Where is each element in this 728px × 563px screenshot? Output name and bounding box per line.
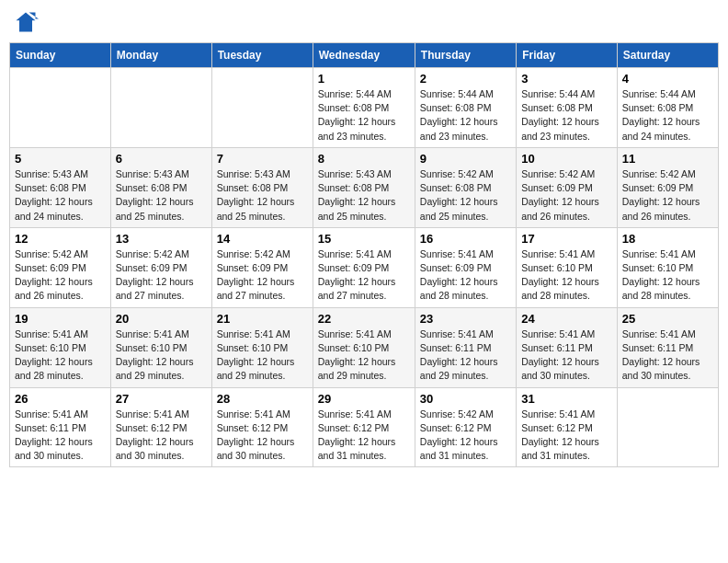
day-number: 27 bbox=[116, 392, 207, 406]
calendar-cell: 17Sunrise: 5:41 AMSunset: 6:10 PMDayligh… bbox=[517, 227, 618, 307]
day-number: 24 bbox=[521, 312, 612, 326]
day-info: Sunrise: 5:41 AMSunset: 6:11 PMDaylight:… bbox=[420, 327, 511, 384]
day-info: Sunrise: 5:41 AMSunset: 6:10 PMDaylight:… bbox=[521, 247, 612, 304]
calendar-week-row: 5Sunrise: 5:43 AMSunset: 6:08 PMDaylight… bbox=[10, 147, 719, 227]
day-info: Sunrise: 5:44 AMSunset: 6:08 PMDaylight:… bbox=[622, 87, 713, 144]
calendar-cell: 27Sunrise: 5:41 AMSunset: 6:12 PMDayligh… bbox=[110, 387, 211, 467]
calendar-cell: 20Sunrise: 5:41 AMSunset: 6:10 PMDayligh… bbox=[110, 307, 211, 387]
day-info: Sunrise: 5:41 AMSunset: 6:12 PMDaylight:… bbox=[318, 408, 410, 464]
day-info: Sunrise: 5:41 AMSunset: 6:12 PMDaylight:… bbox=[217, 408, 308, 464]
day-number: 14 bbox=[217, 232, 308, 246]
calendar-cell: 2Sunrise: 5:44 AMSunset: 6:08 PMDaylight… bbox=[415, 68, 516, 148]
calendar-cell: 16Sunrise: 5:41 AMSunset: 6:09 PMDayligh… bbox=[415, 227, 516, 307]
day-info: Sunrise: 5:42 AMSunset: 6:12 PMDaylight:… bbox=[420, 408, 511, 464]
calendar-cell: 8Sunrise: 5:43 AMSunset: 6:08 PMDaylight… bbox=[313, 147, 415, 227]
day-info: Sunrise: 5:41 AMSunset: 6:09 PMDaylight:… bbox=[420, 247, 511, 304]
day-info: Sunrise: 5:42 AMSunset: 6:09 PMDaylight:… bbox=[217, 247, 308, 304]
day-info: Sunrise: 5:44 AMSunset: 6:08 PMDaylight:… bbox=[318, 87, 410, 144]
day-info: Sunrise: 5:42 AMSunset: 6:08 PMDaylight:… bbox=[420, 167, 511, 224]
day-number: 3 bbox=[521, 72, 612, 86]
calendar-cell: 29Sunrise: 5:41 AMSunset: 6:12 PMDayligh… bbox=[313, 387, 415, 467]
day-info: Sunrise: 5:41 AMSunset: 6:11 PMDaylight:… bbox=[521, 327, 612, 384]
logo-icon bbox=[13, 9, 39, 35]
calendar-cell: 11Sunrise: 5:42 AMSunset: 6:09 PMDayligh… bbox=[617, 147, 718, 227]
day-number: 1 bbox=[318, 72, 410, 86]
day-number: 23 bbox=[420, 312, 511, 326]
day-info: Sunrise: 5:41 AMSunset: 6:09 PMDaylight:… bbox=[318, 247, 410, 304]
day-number: 7 bbox=[217, 152, 308, 166]
day-number: 30 bbox=[420, 392, 511, 406]
calendar-cell bbox=[110, 68, 211, 148]
day-info: Sunrise: 5:43 AMSunset: 6:08 PMDaylight:… bbox=[116, 167, 207, 224]
day-number: 26 bbox=[15, 392, 106, 406]
day-info: Sunrise: 5:43 AMSunset: 6:08 PMDaylight:… bbox=[15, 167, 106, 224]
day-number: 12 bbox=[15, 232, 106, 246]
day-number: 19 bbox=[15, 312, 106, 326]
calendar-cell: 31Sunrise: 5:41 AMSunset: 6:12 PMDayligh… bbox=[517, 387, 618, 467]
day-info: Sunrise: 5:43 AMSunset: 6:08 PMDaylight:… bbox=[318, 167, 410, 224]
logo bbox=[13, 9, 42, 35]
day-info: Sunrise: 5:41 AMSunset: 6:11 PMDaylight:… bbox=[622, 327, 713, 384]
day-number: 5 bbox=[15, 152, 106, 166]
day-number: 11 bbox=[622, 152, 713, 166]
day-number: 22 bbox=[318, 312, 410, 326]
calendar-cell: 23Sunrise: 5:41 AMSunset: 6:11 PMDayligh… bbox=[415, 307, 516, 387]
day-number: 6 bbox=[116, 152, 207, 166]
day-number: 20 bbox=[116, 312, 207, 326]
day-info: Sunrise: 5:41 AMSunset: 6:10 PMDaylight:… bbox=[217, 327, 308, 384]
day-number: 8 bbox=[318, 152, 410, 166]
calendar-table: SundayMondayTuesdayWednesdayThursdayFrid… bbox=[9, 42, 719, 467]
calendar-cell: 7Sunrise: 5:43 AMSunset: 6:08 PMDaylight… bbox=[211, 147, 313, 227]
calendar-header: SundayMondayTuesdayWednesdayThursdayFrid… bbox=[10, 43, 719, 68]
day-number: 2 bbox=[420, 72, 511, 86]
calendar-cell: 21Sunrise: 5:41 AMSunset: 6:10 PMDayligh… bbox=[211, 307, 313, 387]
weekday-header-friday: Friday bbox=[517, 43, 618, 68]
calendar-cell: 26Sunrise: 5:41 AMSunset: 6:11 PMDayligh… bbox=[10, 387, 111, 467]
calendar-cell: 14Sunrise: 5:42 AMSunset: 6:09 PMDayligh… bbox=[211, 227, 313, 307]
calendar-cell: 6Sunrise: 5:43 AMSunset: 6:08 PMDaylight… bbox=[110, 147, 211, 227]
calendar-cell: 13Sunrise: 5:42 AMSunset: 6:09 PMDayligh… bbox=[110, 227, 211, 307]
calendar-cell: 10Sunrise: 5:42 AMSunset: 6:09 PMDayligh… bbox=[517, 147, 618, 227]
day-number: 31 bbox=[521, 392, 612, 406]
day-number: 29 bbox=[318, 392, 410, 406]
calendar-cell: 24Sunrise: 5:41 AMSunset: 6:11 PMDayligh… bbox=[517, 307, 618, 387]
weekday-header-sunday: Sunday bbox=[10, 43, 111, 68]
weekday-header-wednesday: Wednesday bbox=[313, 43, 415, 68]
day-number: 4 bbox=[622, 72, 713, 86]
weekday-header-row: SundayMondayTuesdayWednesdayThursdayFrid… bbox=[10, 43, 719, 68]
day-info: Sunrise: 5:41 AMSunset: 6:11 PMDaylight:… bbox=[15, 408, 106, 464]
day-info: Sunrise: 5:42 AMSunset: 6:09 PMDaylight:… bbox=[622, 167, 713, 224]
calendar-cell: 19Sunrise: 5:41 AMSunset: 6:10 PMDayligh… bbox=[10, 307, 111, 387]
calendar-week-row: 26Sunrise: 5:41 AMSunset: 6:11 PMDayligh… bbox=[10, 387, 719, 467]
day-info: Sunrise: 5:41 AMSunset: 6:10 PMDaylight:… bbox=[622, 247, 713, 304]
calendar-cell: 22Sunrise: 5:41 AMSunset: 6:10 PMDayligh… bbox=[313, 307, 415, 387]
calendar-cell bbox=[211, 68, 313, 148]
calendar-body: 1Sunrise: 5:44 AMSunset: 6:08 PMDaylight… bbox=[10, 68, 719, 467]
day-info: Sunrise: 5:41 AMSunset: 6:10 PMDaylight:… bbox=[116, 327, 207, 384]
day-number: 9 bbox=[420, 152, 511, 166]
day-info: Sunrise: 5:42 AMSunset: 6:09 PMDaylight:… bbox=[15, 247, 106, 304]
day-number: 18 bbox=[622, 232, 713, 246]
svg-marker-0 bbox=[17, 13, 36, 32]
day-number: 15 bbox=[318, 232, 410, 246]
weekday-header-thursday: Thursday bbox=[415, 43, 516, 68]
calendar-cell bbox=[617, 387, 718, 467]
header bbox=[9, 9, 719, 35]
calendar-cell: 1Sunrise: 5:44 AMSunset: 6:08 PMDaylight… bbox=[313, 68, 415, 148]
day-number: 13 bbox=[116, 232, 207, 246]
weekday-header-tuesday: Tuesday bbox=[211, 43, 313, 68]
calendar-cell: 4Sunrise: 5:44 AMSunset: 6:08 PMDaylight… bbox=[617, 68, 718, 148]
day-info: Sunrise: 5:41 AMSunset: 6:12 PMDaylight:… bbox=[521, 408, 612, 464]
weekday-header-monday: Monday bbox=[110, 43, 211, 68]
day-info: Sunrise: 5:44 AMSunset: 6:08 PMDaylight:… bbox=[420, 87, 511, 144]
calendar-cell: 12Sunrise: 5:42 AMSunset: 6:09 PMDayligh… bbox=[10, 227, 111, 307]
calendar-week-row: 1Sunrise: 5:44 AMSunset: 6:08 PMDaylight… bbox=[10, 68, 719, 148]
day-number: 16 bbox=[420, 232, 511, 246]
day-number: 17 bbox=[521, 232, 612, 246]
calendar-cell: 28Sunrise: 5:41 AMSunset: 6:12 PMDayligh… bbox=[211, 387, 313, 467]
weekday-header-saturday: Saturday bbox=[617, 43, 718, 68]
calendar-cell: 15Sunrise: 5:41 AMSunset: 6:09 PMDayligh… bbox=[313, 227, 415, 307]
calendar-cell: 3Sunrise: 5:44 AMSunset: 6:08 PMDaylight… bbox=[517, 68, 618, 148]
calendar-cell: 9Sunrise: 5:42 AMSunset: 6:08 PMDaylight… bbox=[415, 147, 516, 227]
day-info: Sunrise: 5:42 AMSunset: 6:09 PMDaylight:… bbox=[116, 247, 207, 304]
